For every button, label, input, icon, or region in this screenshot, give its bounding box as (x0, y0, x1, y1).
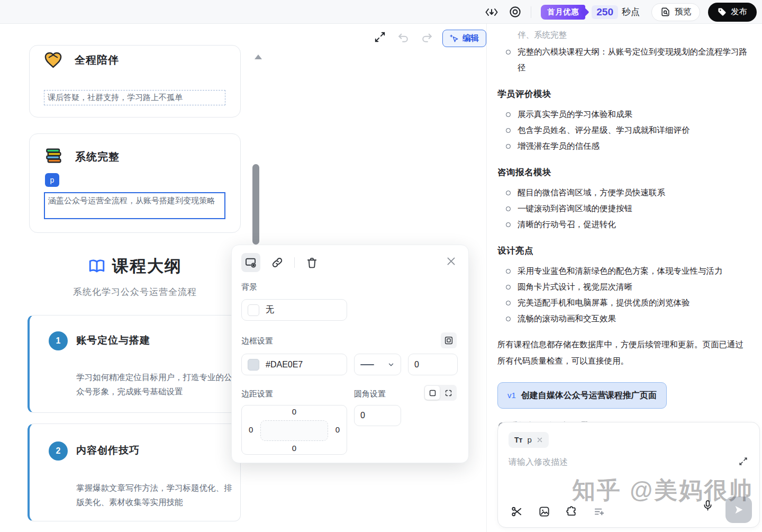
margin-widget: 0 0 0 0 (241, 405, 347, 455)
outline-module-1[interactable]: 1 账号定位与搭建 学习如何精准定位目标用户，打造专业的公众号形象，完成账号基础… (28, 315, 241, 413)
margin-inner-box (260, 420, 328, 441)
publish-button[interactable]: 发布 (708, 3, 757, 22)
code-export-icon[interactable] (485, 6, 498, 19)
expand-composer-icon[interactable] (739, 455, 748, 471)
margin-bottom-value[interactable]: 0 (242, 444, 347, 453)
border-all-sides-icon[interactable] (441, 332, 457, 348)
section-heading: 学员评价模块 (497, 86, 749, 102)
bullet-list: 醒目的微信咨询区域，方便学员快速联系 一键滚动到咨询区域的便捷按钮 清晰的行动号… (497, 185, 749, 232)
element-style-popover: 背景 无 边框设置 #DAE0E7 (231, 245, 469, 463)
topbar-actions: 首月优惠 250 秒点 预览 发布 (485, 0, 757, 24)
screenshot-scissors-icon[interactable] (511, 506, 523, 518)
bullet-item: 增强潜在学员的信任感 (497, 138, 749, 154)
composer[interactable]: Tт p 请输入修改描述 (497, 422, 760, 528)
image-upload-icon[interactable] (538, 506, 550, 518)
bullet-item: 醒目的微信咨询区域，方便学员快速联系 (497, 185, 749, 201)
closing-paragraph: 所有课程信息都存储在数据库中，方便后续管理和更新。页面已通过所有代码质量检查，可… (497, 336, 749, 369)
border-style-select[interactable] (354, 354, 401, 375)
books-icon (43, 147, 64, 167)
intro-bullet-list: 完整的六模块课程大纲：从账号定位到变现规划的全流程学习路径 (497, 44, 749, 76)
preview-scrollbar-thumb[interactable] (252, 164, 259, 245)
background-input[interactable]: 无 (241, 299, 347, 321)
link-icon[interactable] (268, 253, 287, 272)
undo-icon[interactable] (397, 32, 409, 46)
mic-icon[interactable] (702, 499, 714, 517)
feature-title-row: 系统完整 (43, 147, 120, 167)
margin-top-value[interactable]: 0 (242, 407, 347, 416)
prompt-enhance-icon[interactable] (593, 506, 605, 518)
plugin-puzzle-icon[interactable] (566, 506, 578, 518)
section-heading: 咨询报名模块 (497, 164, 749, 180)
radius-input[interactable]: 0 (354, 405, 401, 426)
redo-icon[interactable] (421, 32, 433, 46)
selected-paragraph[interactable]: 涵盖公众号运营全流程，从账号搭建到变现策略 (44, 192, 225, 219)
version-tag: v1 (507, 387, 516, 403)
margin-right-value[interactable]: 0 (335, 425, 340, 434)
background-value: 无 (266, 304, 274, 315)
editor-canvas: 编辑 全程陪伴 课后答疑，社群支持，学习路上不孤单 (0, 24, 487, 532)
version-chip[interactable]: v1 创建自媒体公众号运营课程推广页面 (497, 382, 667, 409)
popover-toolbar-divider (294, 257, 295, 268)
border-color-input[interactable]: #DAE0E7 (241, 354, 347, 375)
doc-search-icon (660, 7, 670, 17)
bullet-item: 采用专业蓝色和清新绿色的配色方案，体现专业性与活力 (497, 263, 749, 279)
preview-label: 预览 (675, 6, 691, 17)
popover-toolbar (241, 253, 321, 272)
module-number: 1 (49, 331, 68, 350)
border-color-swatch (248, 359, 259, 371)
outline-subtitle: 系统化学习公众号运营全流程 (29, 286, 241, 298)
bullet-item: 展示真实学员的学习体验和成果 (497, 106, 749, 122)
bullet-list: 展示真实学员的学习体验和成果 包含学员姓名、评分星级、学习成就和详细评价 增强潜… (497, 106, 749, 154)
publish-label: 发布 (731, 6, 747, 17)
bullet-item: 圆角卡片式设计，视觉层次清晰 (497, 279, 749, 295)
border-width-input[interactable]: 0 (408, 354, 458, 375)
text-type-icon: Tт (514, 432, 522, 448)
preview-button[interactable]: 预览 (651, 3, 700, 21)
module-desc: 学习如何精准定位目标用户，打造专业的公众号形象，完成账号基础设置 (76, 370, 232, 399)
send-arrow-icon (733, 504, 745, 516)
radius-mode-toggle (424, 385, 457, 401)
target-settings-icon[interactable] (509, 6, 521, 18)
margin-left-value[interactable]: 0 (249, 425, 253, 434)
send-button[interactable] (725, 497, 752, 523)
edit-mode-button[interactable]: 编辑 (442, 30, 486, 47)
bullet-list: 采用专业蓝色和清新绿色的配色方案，体现专业性与活力 圆角卡片式设计，视觉层次清晰… (497, 263, 749, 327)
module-desc: 掌握爆款文章写作方法，学习标题优化、排版美化、素材收集等实用技能 (76, 481, 232, 509)
radius-uniform-icon[interactable] (425, 386, 440, 400)
composer-input[interactable]: 请输入修改描述 (509, 454, 568, 470)
feature-title: 全程陪伴 (75, 53, 119, 67)
border-width-value: 0 (414, 360, 419, 369)
outline-module-2[interactable]: 2 内容创作技巧 掌握爆款文章写作方法，学习标题优化、排版美化、素材收集等实用技… (28, 423, 241, 521)
promo-badge[interactable]: 首月优惠 (541, 5, 585, 20)
chevron-down-icon (387, 361, 395, 368)
bullet-item: 完整的六模块课程大纲：从账号定位到变现规划的全流程学习路径 (497, 44, 749, 76)
element-tag-badge: p (45, 173, 59, 187)
chip-remove-icon[interactable] (537, 437, 543, 443)
topbar-divider (531, 6, 531, 18)
scroll-up-arrow[interactable] (255, 55, 262, 59)
bullet-item: 一键滚动到咨询区域的便捷按钮 (497, 201, 749, 217)
cursor-sparkle-icon (450, 34, 459, 43)
feature-card-companion[interactable]: 全程陪伴 课后答疑，社群支持，学习路上不孤单 (29, 45, 241, 118)
bullet-item: 包含学员姓名、评分星级、学习成就和详细评价 (497, 122, 749, 138)
border-label: 边框设置 (241, 336, 273, 346)
feature-title-row: 全程陪伴 (43, 51, 119, 69)
feature-card-system[interactable]: 系统完整 p 涵盖公众号运营全流程，从账号搭建到变现策略 (29, 133, 241, 233)
solid-line-icon (360, 364, 374, 366)
close-icon[interactable] (446, 256, 457, 269)
section-heading: 设计亮点 (497, 242, 749, 258)
version-text: 创建自媒体公众号运营课程推广页面 (521, 387, 657, 403)
radius-corners-icon[interactable] (441, 386, 456, 400)
background-style-icon[interactable] (241, 253, 260, 272)
open-book-icon (88, 258, 106, 275)
delete-icon[interactable] (302, 253, 321, 272)
chip-label: p (527, 432, 531, 448)
background-swatch (248, 304, 259, 316)
feature-desc-editable[interactable]: 课后答疑，社群支持，学习路上不孤单 (44, 90, 225, 105)
selected-element-chip: Tт p (509, 432, 549, 448)
module-number: 2 (49, 441, 68, 461)
composer-tools (511, 506, 605, 518)
radius-label: 圆角设置 (354, 389, 386, 399)
bullet-item: 完美适配手机和电脑屏幕，提供优质的浏览体验 (497, 295, 749, 311)
fullscreen-icon[interactable] (374, 31, 386, 45)
